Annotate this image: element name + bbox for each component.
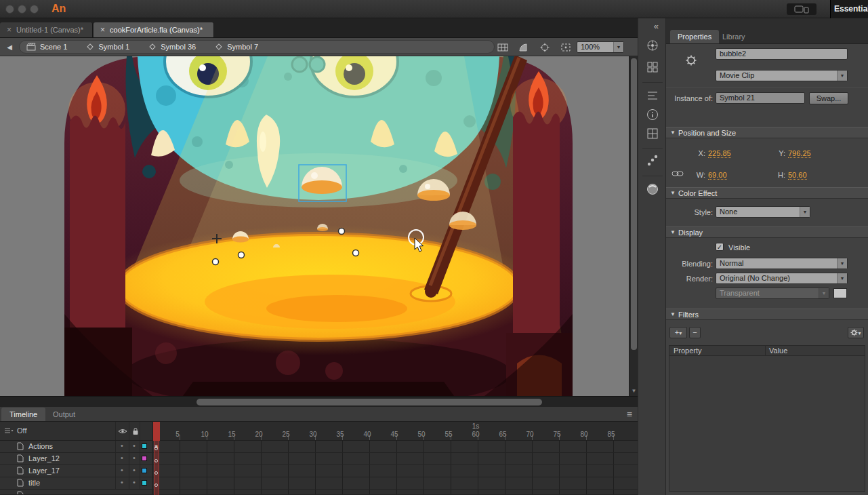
layer-color-swatch[interactable] [142,443,147,449]
stage-canvas[interactable] [64,56,573,396]
section-filters[interactable]: ▼ Filters [666,309,868,320]
layer-lock-dot[interactable]: • [133,441,136,450]
chevron-down-icon[interactable]: ▼ [670,309,676,320]
zoom-select[interactable]: 100% ▼ [577,41,624,53]
onion-skin-state[interactable]: Off [17,427,26,435]
visible-checkbox[interactable]: ✓ [716,243,724,251]
add-filter-button[interactable]: +▾ [669,327,687,338]
close-icon[interactable]: × [7,25,12,35]
keyframe-icon[interactable] [154,447,158,450]
chevron-down-icon[interactable]: ▼ [837,273,847,283]
tab-properties[interactable]: Properties [670,30,719,43]
layer-visible-dot[interactable]: • [121,454,123,462]
transform-panel-icon[interactable] [646,127,659,140]
layer-visible-dot[interactable]: • [121,441,123,450]
breadcrumb-symbol-1[interactable]: Symbol 1 [86,43,129,51]
y-value[interactable]: 796.25 [788,149,811,158]
panel-menu-icon[interactable]: ≡ [627,409,632,420]
vertical-scroll-thumb[interactable] [631,58,637,350]
layer-name[interactable]: Actions [28,442,53,450]
remove-filter-button[interactable]: − [689,327,701,338]
rotation-fan-icon[interactable] [517,41,531,54]
horizontal-scroll-thumb[interactable] [197,399,542,405]
x-value[interactable]: 225.85 [708,149,731,158]
layer-row[interactable]: Layer_12 • • [0,453,638,465]
eye-icon[interactable] [118,428,127,435]
workspace-switcher[interactable]: Essentials [830,0,868,18]
keyframe-icon[interactable] [154,483,158,487]
stage-area[interactable]: ▼ [0,56,638,396]
keyframe-icon[interactable] [154,459,158,462]
chevron-down-icon[interactable]: ▼ [800,207,810,217]
chevron-down-icon[interactable]: ▼ [670,188,676,199]
chevron-down-icon[interactable]: ▼ [670,227,676,238]
layer-row[interactable]: title • • [0,477,638,490]
render-select[interactable]: Original (No Change) ▼ [716,273,848,284]
tab-timeline[interactable]: Timeline [1,408,45,421]
scroll-down-icon[interactable]: ▼ [629,387,638,395]
chevron-down-icon[interactable]: ▼ [837,258,847,269]
alpha-color-swatch[interactable] [833,288,847,298]
instance-name-input[interactable]: bubble2 [716,48,848,60]
layer-name[interactable]: Layer_17 [28,467,60,475]
layer-lock-dot[interactable]: • [133,478,136,486]
link-constrain-icon[interactable] [671,170,684,178]
wheel-icon[interactable] [646,39,659,52]
chevron-down-icon[interactable]: ▼ [837,71,847,81]
tab-output[interactable]: Output [45,408,83,421]
filters-list-empty[interactable] [669,356,865,492]
expand-panels-icon[interactable]: « [654,21,659,31]
swap-button[interactable]: Swap... [809,92,848,104]
close-icon[interactable]: × [100,25,105,35]
breadcrumb-symbol-7[interactable]: Symbol 7 [215,43,258,51]
tab-library[interactable]: Library [715,30,753,43]
layer-row[interactable]: Actions • • a [0,441,638,453]
symbol-type-select[interactable]: Movie Clip ▼ [716,70,848,81]
h-value[interactable]: 50.60 [788,171,807,180]
section-position-and-size[interactable]: ▼ Position and Size [666,127,868,138]
layer-name[interactable]: title [28,479,40,487]
window-zoom-button[interactable] [30,5,39,14]
layer-filter-icon[interactable] [4,427,14,435]
breadcrumb-scene[interactable]: Scene 1 [26,43,67,51]
color-style-select[interactable]: None ▼ [716,206,810,218]
grid-icon[interactable] [496,41,510,54]
layer-row-partial[interactable] [0,490,638,495]
window-close-button[interactable] [5,5,14,14]
keyframe-icon[interactable] [154,471,158,475]
chevron-down-icon[interactable]: ▼ [670,127,676,138]
playhead[interactable] [153,422,160,441]
layer-lock-dot[interactable]: • [133,454,136,462]
blending-select[interactable]: Normal ▼ [716,258,848,269]
layer-color-swatch[interactable] [142,456,147,461]
particles-panel-icon[interactable] [646,154,659,167]
layer-visible-dot[interactable]: • [121,478,123,486]
section-color-effect[interactable]: ▼ Color Effect [666,187,868,199]
chevron-down-icon[interactable]: ▼ [613,42,623,52]
back-button[interactable]: ◀ [4,42,15,53]
w-value[interactable]: 69.00 [708,171,727,180]
info-panel-icon[interactable] [646,108,659,121]
section-display[interactable]: ▼ Display [666,226,868,238]
layer-name[interactable]: Layer_12 [28,454,60,462]
lock-icon[interactable] [132,427,139,435]
horizontal-scrollbar[interactable] [0,396,638,407]
align-panel-icon[interactable] [646,89,659,102]
swatches-panel-icon[interactable] [646,182,659,196]
sync-status-badge[interactable] [787,3,817,15]
doc-tab-cookforarticle[interactable]: ×cookForArticle.fla (Canvas)* [94,22,214,37]
layer-row[interactable]: Layer_17 • • [0,465,638,477]
timeline-ruler[interactable]: 1s 5 10 15 20 25 30 35 40 45 50 55 60 65… [153,422,638,441]
window-minimize-button[interactable] [18,5,26,14]
layer-lock-dot[interactable]: • [133,466,136,474]
layer-visible-dot[interactable]: • [121,466,123,474]
vertical-scrollbar[interactable]: ▼ [629,56,638,396]
filter-options-button[interactable]: ▾ [848,327,864,338]
grid-panel-icon[interactable] [646,60,659,74]
doc-tab-untitled[interactable]: ×Untitled-1 (Canvas)* [0,22,93,37]
layer-color-swatch[interactable] [142,468,147,473]
breadcrumb-symbol-36[interactable]: Symbol 36 [148,43,196,51]
center-stage-crosshair-icon[interactable] [538,41,552,54]
instance-of-field[interactable]: Symbol 21 [716,92,805,104]
clip-content-icon[interactable] [559,41,573,54]
